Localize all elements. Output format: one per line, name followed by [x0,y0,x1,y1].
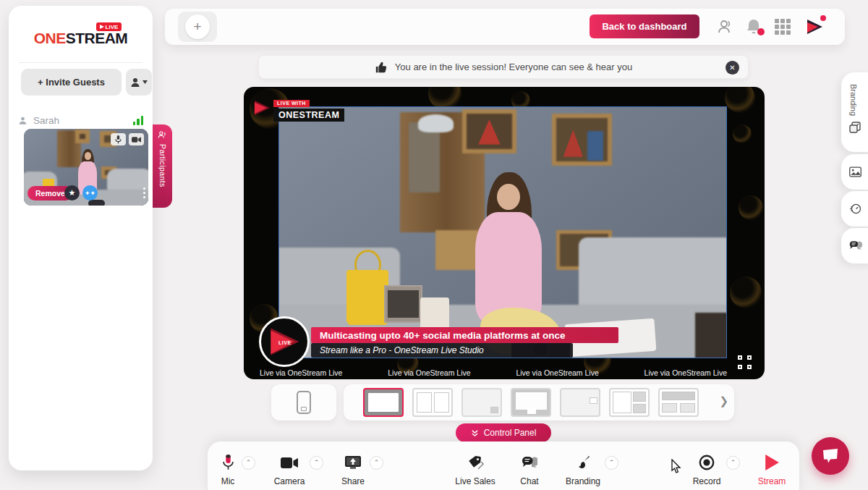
scene-shelf-box [75,130,90,143]
mic-toggle-button[interactable] [111,133,126,145]
toolbar-branding[interactable]: Branding [560,453,606,486]
share-options-button[interactable]: ⌃ [370,456,383,470]
screen-share-icon [345,456,361,469]
layout-thumb-main-with-bottom-box[interactable] [511,388,551,417]
layout-thumb-two-columns[interactable] [412,388,453,417]
people-button[interactable] [716,17,735,36]
layouts-scroll-right-button[interactable]: ❯ [719,394,728,407]
signal-bar [137,119,140,125]
onestream-logo: LIVE ONESTREAM [9,19,153,45]
lower-third-subtitle: Stream like a Pro - OneStream Live Studi… [311,343,573,358]
layout-thumb-rows[interactable] [658,388,699,417]
apps-grid-button[interactable] [773,17,792,36]
mic-options-button[interactable]: ⌃ [242,456,255,470]
mobile-layout-pill [271,384,336,421]
toolbar-record[interactable]: Record [684,453,730,486]
chevron-down-icon [142,80,148,84]
scene-presenter-face [85,152,91,160]
stage-brand-label: ONESTREAM [273,109,344,122]
comments-icon [849,240,862,251]
stage-live-with-label: LIVE WITH [273,100,310,107]
lower-third-live-label: LIVE [278,340,292,345]
participants-tab[interactable]: Participants [153,124,172,208]
divider [19,62,142,63]
layouts-pill: ❯ [344,384,734,421]
banner-close-button[interactable]: ✕ [726,61,739,75]
record-icon [699,455,715,470]
add-button[interactable]: + [185,14,210,39]
tile-menu-button[interactable] [143,187,145,198]
toolbar-camera[interactable]: Camera [266,453,312,486]
camera-scene [279,107,726,358]
toolbar-camera-label: Camera [266,476,312,486]
bokeh-decoration [733,124,752,143]
bokeh-decoration [730,276,762,308]
watermark: Live via OneStream Live [388,368,470,377]
layout-thumb-pip-right[interactable] [560,388,600,417]
support-chat-button[interactable] [812,437,849,475]
watermark: Live via OneStream Live [260,368,342,377]
scene-presenter-face [497,184,520,210]
camera-toggle-button[interactable] [129,133,144,145]
person-icon [130,77,142,88]
sales-tag-icon [467,455,484,470]
camera-feed[interactable] [278,106,727,358]
scene-yellow-bag [346,270,389,325]
bottom-toolbar: Mic ⌃ Camera ⌃ Share ⌃ [208,442,799,490]
onestream-play-button[interactable] [805,17,824,36]
camera-icon [281,457,298,469]
live-dot [820,15,826,21]
notifications-button[interactable] [744,17,763,36]
double-chevron-down-icon [471,429,479,437]
control-panel-label: Control Panel [484,428,537,438]
back-to-dashboard-button[interactable]: Back to dashboard [590,14,699,38]
toolbar-stream[interactable]: Stream [749,453,795,486]
participant-row: Sarah [18,113,143,127]
fullscreen-button[interactable] [738,355,752,369]
bokeh-decoration [739,195,763,220]
invite-guests-button[interactable]: + Invite Guests [21,69,122,96]
stage-play-icon [253,99,271,117]
guest-person-icon [18,116,27,125]
record-options-button[interactable]: ⌃ [726,456,740,470]
lower-third-title: Multicasting upto 40+ social media platf… [311,327,618,343]
lower-third-logo: LIVE [259,316,310,367]
live-session-banner: You are in the live session! Everyone ca… [258,55,749,79]
video-stage[interactable]: LIVE WITH ONESTREAM [244,87,765,379]
notification-dot [757,28,765,35]
guest-options-button[interactable] [126,69,152,96]
right-tab-branding[interactable]: Branding [841,72,868,152]
feature-star-button[interactable]: ★ [64,185,80,200]
toolbar-share-label: Share [330,476,376,486]
play-icon [100,25,104,29]
right-tab-comments[interactable] [841,228,868,263]
scene-presenter-shirt [475,212,542,322]
camera-options-button[interactable]: ⌃ [310,456,323,470]
watermark: Live via OneStream Live [644,368,727,377]
tile-controls [111,133,144,145]
mobile-layout-button[interactable] [297,391,311,414]
layout-thumb-fullscreen[interactable] [363,388,404,417]
stage-brand-badge: LIVE WITH ONESTREAM [253,95,344,121]
people-icon [717,19,734,35]
scene-floor [695,313,726,358]
layout-thumb-pip-bottom-right[interactable] [461,388,502,417]
watermark: Live via OneStream Live [516,368,598,377]
toolbar-mic-label: Mic [205,476,251,486]
paintbrush-icon [576,455,590,470]
participant-video-tile[interactable]: Remove ★ ✦✦ [24,129,148,206]
branding-options-button[interactable]: ⌃ [605,456,618,470]
effects-sparkle-button[interactable]: ✦✦ [82,185,98,200]
stream-play-icon [765,455,779,470]
toolbar-share[interactable]: Share [330,453,376,486]
toolbar-chat[interactable]: Chat [506,453,553,486]
scene-wood-square [435,230,480,270]
toolbar-live-sales[interactable]: Live Sales [450,453,501,486]
control-panel-button[interactable]: Control Panel [456,423,551,442]
mic-icon [223,455,234,470]
add-source-wrap: + [178,12,217,42]
right-tab-quick-actions[interactable] [841,191,868,227]
banner-message: You are in the live session! Everyone ca… [395,62,632,72]
right-tab-media[interactable] [841,154,868,190]
layout-thumb-split-right-stack[interactable] [609,388,650,417]
